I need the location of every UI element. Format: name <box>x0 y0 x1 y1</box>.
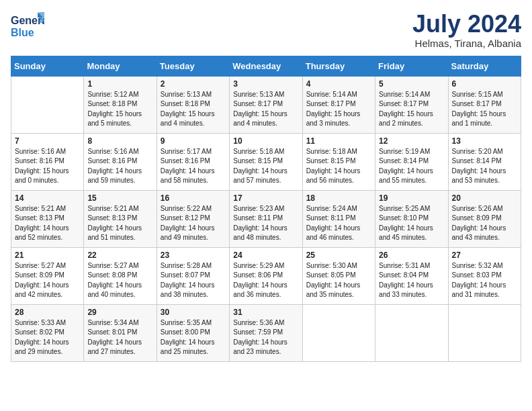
day-number: 25 <box>306 250 371 260</box>
table-cell <box>375 304 448 361</box>
table-cell: 9Sunrise: 5:17 AM Sunset: 8:16 PM Daylig… <box>157 133 229 190</box>
day-info: Sunrise: 5:21 AM Sunset: 8:13 PM Dayligh… <box>15 204 80 243</box>
day-number: 10 <box>233 136 298 146</box>
header-thursday: Thursday <box>302 56 375 76</box>
header-monday: Monday <box>84 56 157 76</box>
logo-svg: General Blue <box>11 11 44 40</box>
table-cell: 23Sunrise: 5:28 AM Sunset: 8:07 PM Dayli… <box>157 247 229 304</box>
day-info: Sunrise: 5:16 AM Sunset: 8:16 PM Dayligh… <box>87 147 152 186</box>
table-cell <box>448 304 521 361</box>
table-cell: 26Sunrise: 5:31 AM Sunset: 8:04 PM Dayli… <box>375 247 448 304</box>
calendar-table: SundayMondayTuesdayWednesdayThursdayFrid… <box>11 56 521 362</box>
table-cell: 3Sunrise: 5:13 AM Sunset: 8:17 PM Daylig… <box>230 76 302 133</box>
day-number: 14 <box>15 193 80 203</box>
table-cell: 24Sunrise: 5:29 AM Sunset: 8:06 PM Dayli… <box>230 247 302 304</box>
day-number: 11 <box>306 136 371 146</box>
day-number: 24 <box>233 250 298 260</box>
day-info: Sunrise: 5:21 AM Sunset: 8:13 PM Dayligh… <box>87 204 152 243</box>
day-info: Sunrise: 5:30 AM Sunset: 8:05 PM Dayligh… <box>306 261 371 300</box>
table-cell: 15Sunrise: 5:21 AM Sunset: 8:13 PM Dayli… <box>84 190 157 247</box>
day-number: 19 <box>379 193 444 203</box>
header-friday: Friday <box>375 56 448 76</box>
day-number: 5 <box>379 79 444 89</box>
month-year: July 2024 <box>412 11 521 38</box>
header-saturday: Saturday <box>448 56 521 76</box>
day-number: 13 <box>452 136 517 146</box>
day-info: Sunrise: 5:31 AM Sunset: 8:04 PM Dayligh… <box>379 261 444 300</box>
logo: General Blue <box>11 11 44 40</box>
day-info: Sunrise: 5:26 AM Sunset: 8:09 PM Dayligh… <box>452 204 517 243</box>
day-info: Sunrise: 5:35 AM Sunset: 8:00 PM Dayligh… <box>161 318 226 357</box>
day-info: Sunrise: 5:20 AM Sunset: 8:14 PM Dayligh… <box>452 147 517 186</box>
table-cell: 22Sunrise: 5:27 AM Sunset: 8:08 PM Dayli… <box>84 247 157 304</box>
day-info: Sunrise: 5:16 AM Sunset: 8:16 PM Dayligh… <box>15 147 80 186</box>
week-row-1: 1Sunrise: 5:12 AM Sunset: 8:18 PM Daylig… <box>11 76 521 133</box>
day-number: 21 <box>15 250 80 260</box>
location: Helmas, Tirana, Albania <box>412 38 521 49</box>
day-info: Sunrise: 5:14 AM Sunset: 8:17 PM Dayligh… <box>306 90 371 129</box>
day-number: 20 <box>452 193 517 203</box>
table-cell <box>302 304 375 361</box>
day-info: Sunrise: 5:12 AM Sunset: 8:18 PM Dayligh… <box>87 90 152 129</box>
day-info: Sunrise: 5:13 AM Sunset: 8:17 PM Dayligh… <box>233 90 298 129</box>
table-cell: 20Sunrise: 5:26 AM Sunset: 8:09 PM Dayli… <box>448 190 521 247</box>
table-cell: 8Sunrise: 5:16 AM Sunset: 8:16 PM Daylig… <box>84 133 157 190</box>
header-tuesday: Tuesday <box>157 56 229 76</box>
day-info: Sunrise: 5:34 AM Sunset: 8:01 PM Dayligh… <box>87 318 152 357</box>
day-number: 30 <box>161 308 226 317</box>
day-number: 29 <box>87 308 152 317</box>
day-info: Sunrise: 5:19 AM Sunset: 8:14 PM Dayligh… <box>379 147 444 186</box>
day-number: 16 <box>161 193 226 203</box>
table-cell: 30Sunrise: 5:35 AM Sunset: 8:00 PM Dayli… <box>157 304 229 361</box>
table-cell: 2Sunrise: 5:13 AM Sunset: 8:18 PM Daylig… <box>157 76 229 133</box>
day-number: 3 <box>233 79 298 89</box>
day-info: Sunrise: 5:28 AM Sunset: 8:07 PM Dayligh… <box>161 261 226 300</box>
day-number: 1 <box>87 79 152 89</box>
table-cell: 25Sunrise: 5:30 AM Sunset: 8:05 PM Dayli… <box>302 247 375 304</box>
table-cell: 10Sunrise: 5:18 AM Sunset: 8:15 PM Dayli… <box>230 133 302 190</box>
day-number: 8 <box>87 136 152 146</box>
table-cell: 12Sunrise: 5:19 AM Sunset: 8:14 PM Dayli… <box>375 133 448 190</box>
day-info: Sunrise: 5:36 AM Sunset: 7:59 PM Dayligh… <box>233 318 298 357</box>
table-cell: 18Sunrise: 5:24 AM Sunset: 8:11 PM Dayli… <box>302 190 375 247</box>
day-number: 9 <box>161 136 226 146</box>
day-info: Sunrise: 5:27 AM Sunset: 8:08 PM Dayligh… <box>87 261 152 300</box>
header-wednesday: Wednesday <box>230 56 302 76</box>
day-number: 15 <box>87 193 152 203</box>
day-number: 18 <box>306 193 371 203</box>
table-cell: 4Sunrise: 5:14 AM Sunset: 8:17 PM Daylig… <box>302 76 375 133</box>
day-number: 26 <box>379 250 444 260</box>
svg-text:Blue: Blue <box>11 27 34 38</box>
table-cell: 17Sunrise: 5:23 AM Sunset: 8:11 PM Dayli… <box>230 190 302 247</box>
day-info: Sunrise: 5:29 AM Sunset: 8:06 PM Dayligh… <box>233 261 298 300</box>
week-row-2: 7Sunrise: 5:16 AM Sunset: 8:16 PM Daylig… <box>11 133 521 190</box>
day-info: Sunrise: 5:23 AM Sunset: 8:11 PM Dayligh… <box>233 204 298 243</box>
day-number: 31 <box>233 308 298 317</box>
day-info: Sunrise: 5:18 AM Sunset: 8:15 PM Dayligh… <box>306 147 371 186</box>
day-number: 12 <box>379 136 444 146</box>
title-block: July 2024 Helmas, Tirana, Albania <box>412 11 521 49</box>
table-cell: 11Sunrise: 5:18 AM Sunset: 8:15 PM Dayli… <box>302 133 375 190</box>
table-cell: 27Sunrise: 5:32 AM Sunset: 8:03 PM Dayli… <box>448 247 521 304</box>
day-number: 27 <box>452 250 517 260</box>
table-cell: 14Sunrise: 5:21 AM Sunset: 8:13 PM Dayli… <box>11 190 84 247</box>
table-cell: 21Sunrise: 5:27 AM Sunset: 8:09 PM Dayli… <box>11 247 84 304</box>
table-cell: 29Sunrise: 5:34 AM Sunset: 8:01 PM Dayli… <box>84 304 157 361</box>
day-number: 17 <box>233 193 298 203</box>
day-number: 2 <box>161 79 226 89</box>
header-sunday: Sunday <box>11 56 84 76</box>
table-cell: 7Sunrise: 5:16 AM Sunset: 8:16 PM Daylig… <box>11 133 84 190</box>
day-info: Sunrise: 5:27 AM Sunset: 8:09 PM Dayligh… <box>15 261 80 300</box>
day-number: 28 <box>15 308 80 317</box>
table-cell: 28Sunrise: 5:33 AM Sunset: 8:02 PM Dayli… <box>11 304 84 361</box>
day-info: Sunrise: 5:22 AM Sunset: 8:12 PM Dayligh… <box>161 204 226 243</box>
day-info: Sunrise: 5:33 AM Sunset: 8:02 PM Dayligh… <box>15 318 80 357</box>
day-number: 7 <box>15 136 80 146</box>
calendar-header-row: SundayMondayTuesdayWednesdayThursdayFrid… <box>11 56 521 76</box>
week-row-3: 14Sunrise: 5:21 AM Sunset: 8:13 PM Dayli… <box>11 190 521 247</box>
day-info: Sunrise: 5:14 AM Sunset: 8:17 PM Dayligh… <box>379 90 444 129</box>
table-cell: 13Sunrise: 5:20 AM Sunset: 8:14 PM Dayli… <box>448 133 521 190</box>
table-cell: 1Sunrise: 5:12 AM Sunset: 8:18 PM Daylig… <box>84 76 157 133</box>
day-number: 22 <box>87 250 152 260</box>
day-info: Sunrise: 5:18 AM Sunset: 8:15 PM Dayligh… <box>233 147 298 186</box>
